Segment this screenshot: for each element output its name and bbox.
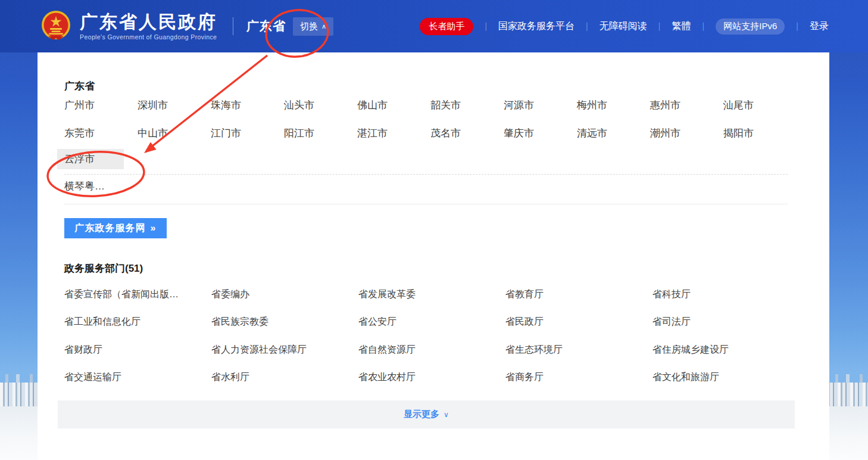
city-item[interactable]: 珠海市	[211, 98, 284, 112]
show-more-bar[interactable]: 显示更多 ∨	[58, 400, 795, 428]
city-item[interactable]: 东莞市	[64, 126, 138, 140]
city-item-yunfu-highlighted[interactable]: 云浮市	[57, 149, 124, 169]
city-item[interactable]: 阳江市	[284, 126, 357, 140]
chevron-down-icon: ∨	[444, 411, 449, 419]
city-row-1: 广州市 深圳市 珠海市 汕头市 佛山市 韶关市 河源市 梅州市 惠州市 汕尾市	[64, 91, 829, 119]
current-region-label: 广东省	[246, 18, 286, 35]
departments-heading: 政务服务部门(51)	[64, 262, 829, 273]
ipv6-support-badge: 网站支持IPv6	[716, 18, 785, 35]
department-item[interactable]: 省教育厅	[505, 288, 652, 301]
city-item[interactable]: 佛山市	[357, 98, 430, 112]
city-item[interactable]: 潮州市	[650, 126, 723, 140]
department-item[interactable]: 省委编办	[211, 288, 358, 301]
gd-service-portal-button[interactable]: 广东政务服务网 »	[64, 218, 167, 238]
city-item[interactable]: 韶关市	[430, 98, 504, 112]
nav-accessibility[interactable]: 无障碍阅读	[600, 20, 647, 33]
departments-grid: 省委宣传部（省新闻出版… 省委编办 省发展改革委 省教育厅 省科技厅 省工业和信…	[64, 281, 829, 391]
site-title: 广东省人民政府	[80, 12, 217, 32]
department-item[interactable]: 省公安厅	[358, 316, 505, 328]
nav-traditional-chinese[interactable]: 繁體	[672, 20, 691, 33]
nav-national-platform[interactable]: 国家政务服务平台	[498, 20, 574, 33]
city-row-3: 云浮市	[64, 147, 829, 171]
city-item[interactable]: 广州市	[64, 98, 138, 112]
department-item[interactable]: 省商务厅	[505, 371, 652, 384]
solid-divider	[64, 204, 788, 204]
department-item[interactable]: 省民族宗教委	[211, 316, 358, 328]
department-item[interactable]: 省科技厅	[652, 288, 800, 301]
header-top-nav: 长者助手 ｜ 国家政务服务平台 ｜ 无障碍阅读 ｜ 繁體 ｜ 网站支持IPv6 …	[420, 0, 829, 52]
special-zone-row: 横琴粤…	[64, 175, 829, 197]
region-switch-panel: 广东省 广州市 深圳市 珠海市 汕头市 佛山市 韶关市 河源市 梅州市 惠州市 …	[38, 52, 829, 460]
double-arrow-icon: »	[151, 223, 157, 234]
city-item[interactable]: 揭阳市	[723, 126, 797, 140]
department-item[interactable]: 省自然资源厅	[358, 344, 505, 356]
site-brand[interactable]: 广东省人民政府 People's Government of Guangdong…	[40, 10, 217, 42]
department-item[interactable]: 省财政厅	[64, 344, 211, 356]
city-item[interactable]: 河源市	[504, 98, 577, 112]
city-item[interactable]: 梅州市	[577, 98, 650, 112]
city-item[interactable]: 汕尾市	[723, 98, 797, 112]
department-item[interactable]: 省委宣传部（省新闻出版…	[64, 288, 211, 301]
province-heading: 广东省	[64, 79, 829, 91]
department-item[interactable]: 省人力资源社会保障厅	[211, 344, 358, 356]
department-item[interactable]: 省水利厅	[211, 371, 358, 384]
header-divider	[233, 17, 233, 35]
national-emblem-icon	[40, 10, 71, 42]
login-link[interactable]: 登录	[810, 20, 829, 33]
city-item[interactable]: 江门市	[211, 126, 284, 140]
city-item[interactable]: 惠州市	[650, 98, 723, 112]
region-switch-button[interactable]: 切换 ∧	[293, 17, 333, 36]
city-item[interactable]: 茂名市	[430, 126, 504, 140]
department-item[interactable]: 省生态环境厅	[505, 344, 652, 356]
department-item[interactable]: 省司法厅	[652, 316, 800, 328]
special-zone-item[interactable]: 横琴粤…	[64, 179, 105, 193]
site-subtitle: People's Government of Guangdong Provinc…	[80, 33, 217, 41]
city-item[interactable]: 汕头市	[284, 98, 357, 112]
city-item[interactable]: 深圳市	[138, 98, 211, 112]
department-item[interactable]: 省民政厅	[505, 316, 652, 328]
department-item[interactable]: 省交通运输厅	[64, 371, 211, 384]
department-item[interactable]: 省发展改革委	[358, 288, 505, 301]
department-item[interactable]: 省文化和旅游厅	[652, 371, 800, 384]
chevron-up-icon: ∧	[321, 23, 326, 30]
city-item[interactable]: 肇庆市	[504, 126, 577, 140]
city-item[interactable]: 清远市	[577, 126, 650, 140]
site-header: 广东省人民政府 People's Government of Guangdong…	[0, 0, 868, 52]
department-item[interactable]: 省农业农村厅	[358, 371, 505, 384]
city-row-2: 东莞市 中山市 江门市 阳江市 湛江市 茂名市 肇庆市 清远市 潮州市 揭阳市	[64, 119, 829, 147]
department-item[interactable]: 省住房城乡建设厅	[652, 344, 800, 356]
show-more-label: 显示更多	[404, 409, 439, 420]
city-item[interactable]: 中山市	[138, 126, 211, 140]
elder-helper-badge[interactable]: 长者助手	[420, 18, 473, 35]
city-item[interactable]: 湛江市	[357, 126, 430, 140]
department-item[interactable]: 省工业和信息化厅	[64, 316, 211, 328]
